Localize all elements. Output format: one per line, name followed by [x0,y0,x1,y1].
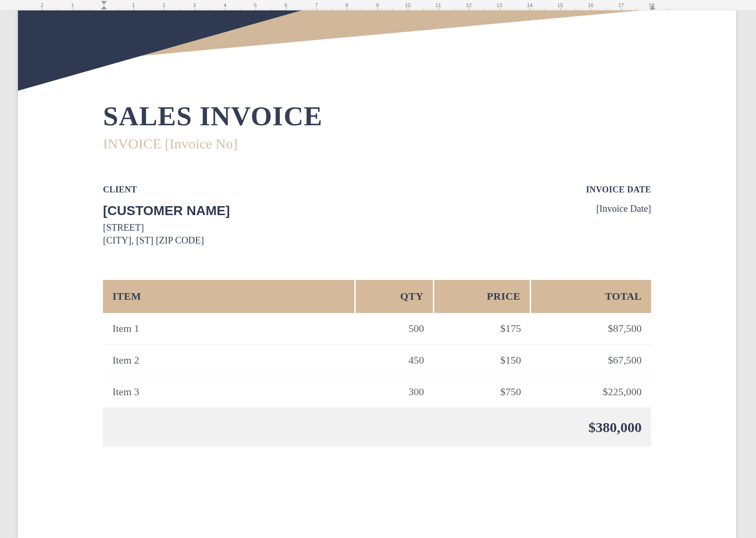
document-editor-viewport: 21123456789101112131415161718 SALES INVO… [0,0,756,538]
invoice-subtitle[interactable]: INVOICE [Invoice No] [103,136,651,152]
cell-total[interactable]: $225,000 [531,376,651,408]
ruler-tick: 9 [373,0,382,10]
cell-price[interactable]: $175 [434,313,531,345]
ruler-tick: 13 [495,0,504,10]
ruler-tick: 1 [68,0,77,10]
ruler-tick: 3 [190,0,199,10]
client-street[interactable]: [STREET] [103,221,230,234]
table-header-row: ITEM QTY PRICE TOTAL [103,280,651,313]
ruler-tick: 6 [281,0,291,10]
document-content[interactable]: SALES INVOICE INVOICE [Invoice No] CLIEN… [103,100,651,447]
cell-qty[interactable]: 450 [355,345,434,376]
cell-item[interactable]: Item 1 [103,313,355,345]
left-indent-marker[interactable] [101,6,107,9]
table-footer-row: $380,000 [103,408,651,447]
table-body: Item 1 500 $175 $87,500 Item 2 450 $150 … [103,313,651,408]
col-header-item[interactable]: ITEM [103,280,355,313]
col-header-price[interactable]: PRICE [434,280,531,313]
client-city-line[interactable]: [CITY], [ST] [ZIP CODE] [103,234,230,247]
ruler-tick: 15 [556,0,565,10]
invoice-date-value[interactable]: [Invoice Date] [586,203,651,214]
table-row[interactable]: Item 2 450 $150 $67,500 [103,345,651,376]
client-block[interactable]: CLIENT [CUSTOMER NAME] [STREET] [CITY], … [103,185,230,247]
header-triangle-navy [18,10,301,91]
cell-qty[interactable]: 500 [355,313,434,345]
ruler-tick: 10 [403,0,412,10]
cell-price[interactable]: $150 [434,345,531,376]
invoice-title[interactable]: SALES INVOICE [103,100,651,132]
customer-name[interactable]: [CUSTOMER NAME] [103,203,230,218]
ruler-tick: 2 [159,0,169,10]
table-row[interactable]: Item 3 300 $750 $225,000 [103,376,651,408]
invoice-date-block[interactable]: INVOICE DATE [Invoice Date] [586,185,651,214]
cell-qty[interactable]: 300 [355,376,434,408]
ruler-tick: 1 [129,0,138,10]
horizontal-ruler[interactable]: 21123456789101112131415161718 [0,0,756,11]
ruler-tick: 2 [37,0,47,10]
cell-item[interactable]: Item 3 [103,376,355,408]
ruler-tick: 8 [342,0,352,10]
ruler-tick: 4 [220,0,230,10]
cell-price[interactable]: $750 [434,376,531,408]
cell-item[interactable]: Item 2 [103,345,355,376]
ruler-tick: 11 [434,0,443,10]
col-header-qty[interactable]: QTY [355,280,434,313]
cell-total[interactable]: $87,500 [531,313,651,345]
table-row[interactable]: Item 1 500 $175 $87,500 [103,313,651,345]
ruler-tick: 14 [525,0,534,10]
client-label[interactable]: CLIENT [103,185,230,195]
col-header-total[interactable]: TOTAL [531,280,651,313]
first-line-indent-marker[interactable] [101,1,107,5]
client-date-row: CLIENT [CUSTOMER NAME] [STREET] [CITY], … [103,185,651,247]
ruler-tick: 12 [464,0,473,10]
cell-total[interactable]: $67,500 [531,345,651,376]
grand-total[interactable]: $380,000 [103,408,651,447]
page-container: SALES INVOICE INVOICE [Invoice No] CLIEN… [18,10,736,538]
document-page[interactable]: SALES INVOICE INVOICE [Invoice No] CLIEN… [18,10,736,538]
invoice-date-label[interactable]: INVOICE DATE [586,185,651,195]
ruler-tick: 5 [251,0,260,10]
items-table[interactable]: ITEM QTY PRICE TOTAL Item 1 500 $175 $87… [103,280,651,447]
ruler-tick: 16 [586,0,595,10]
ruler-tick: 18 [647,0,656,10]
ruler-tick: 7 [312,0,321,10]
ruler-tick: 17 [617,0,626,10]
